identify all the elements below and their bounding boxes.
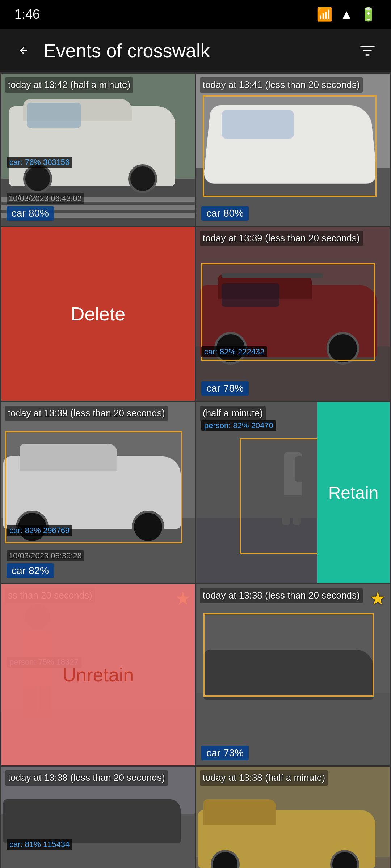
- wifi-icon: ▲: [340, 7, 353, 22]
- event-card[interactable]: today at 13:39 (less than 20 seconds) ca…: [1, 402, 195, 583]
- label-badge: car 82%: [7, 563, 54, 578]
- swipe-retain-partial: Retain: [317, 402, 390, 583]
- swipe-unretain-action: Unretain: [1, 584, 195, 765]
- status-time: 1:46: [14, 7, 40, 22]
- label-badge: car 80%: [7, 206, 54, 221]
- filter-button[interactable]: [355, 38, 380, 63]
- event-timestamp: today at 13:38 (less than 20 seconds): [5, 770, 168, 786]
- date-badge: 10/03/2023 06:43:02: [7, 193, 84, 204]
- events-grid: today at 13:42 (half a minute) car: 76% …: [0, 72, 391, 868]
- page-title: Events of crosswalk: [43, 40, 355, 61]
- label-badge: car 78%: [201, 381, 249, 396]
- event-card[interactable]: today at 13:38 (less than 20 seconds) ca…: [1, 767, 195, 868]
- star-icon: ★: [370, 588, 386, 609]
- status-bar-left: 1:46: [14, 7, 40, 22]
- date-badge: 10/03/2023 06:39:28: [7, 550, 84, 561]
- event-timestamp: today at 13:39 (less than 20 seconds): [5, 406, 168, 421]
- event-timestamp: today at 13:41 (less than 20 seconds): [200, 77, 363, 93]
- event-card[interactable]: ss than 20 seconds) ★ person: 75% 18327 …: [1, 584, 195, 765]
- sim-icon: 📶: [316, 7, 333, 22]
- swipe-delete-action: Delete: [1, 227, 195, 401]
- label-badge: car 73%: [201, 746, 249, 760]
- conf-tag: car: 82% 296769: [7, 525, 72, 536]
- label-badge: car 80%: [201, 206, 249, 221]
- event-timestamp: today at 13:38 (less than 20 seconds): [200, 588, 363, 603]
- event-timestamp: (half a minute): [200, 406, 266, 421]
- event-timestamp: today at 13:38 (half a minute): [200, 770, 328, 786]
- back-button[interactable]: [11, 38, 36, 63]
- event-timestamp: today at 13:39 (less than 20 seconds): [200, 231, 363, 246]
- event-card[interactable]: today at 13:42 (half a minute) car: 76% …: [1, 74, 195, 226]
- conf-tag: car: 82% 222432: [201, 346, 267, 357]
- battery-icon: 🔋: [360, 7, 377, 22]
- event-card[interactable]: today at 13:39 (less than 20 seconds) ca…: [196, 227, 390, 401]
- event-card[interactable]: today at 13:38 (less than 20 seconds) ★ …: [196, 584, 390, 765]
- toolbar: Events of crosswalk: [0, 29, 391, 72]
- event-card[interactable]: today at 13:38 (half a minute): [196, 767, 390, 868]
- event-card[interactable]: Delete: [1, 227, 195, 401]
- conf-tag: car: 76% 303156: [7, 157, 72, 168]
- status-bar-right: 📶 ▲ 🔋: [316, 7, 377, 22]
- event-timestamp: today at 13:42 (half a minute): [5, 77, 133, 93]
- conf-tag: car: 81% 115434: [7, 839, 72, 850]
- conf-tag: person: 82% 20470: [201, 420, 276, 431]
- event-card[interactable]: (half a minute) person: 82% 20470 Retain: [196, 402, 390, 583]
- event-card[interactable]: today at 13:41 (less than 20 seconds) ca…: [196, 74, 390, 226]
- status-bar: 1:46 📶 ▲ 🔋: [0, 0, 391, 29]
